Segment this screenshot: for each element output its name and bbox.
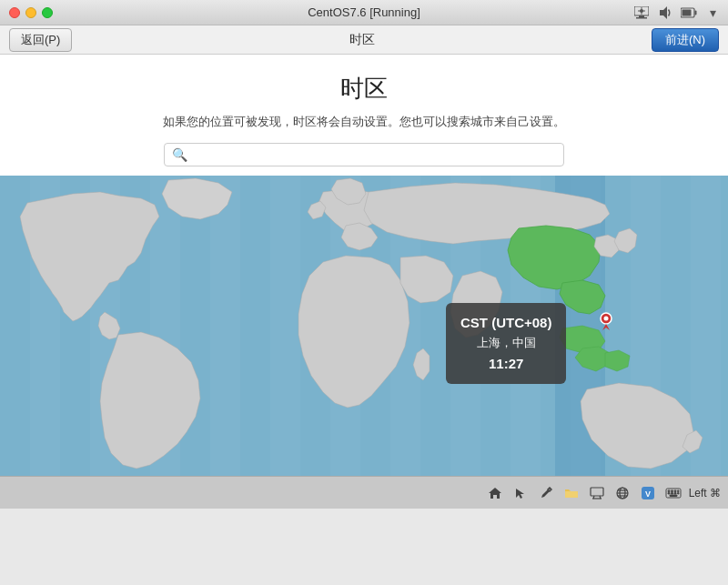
- svg-marker-38: [516, 489, 524, 499]
- svg-text:V: V: [645, 489, 651, 499]
- keyboard-label: Left ⌘: [689, 487, 721, 499]
- maximize-button[interactable]: [42, 7, 53, 18]
- network-icon: [633, 5, 650, 21]
- monitor-icon[interactable]: [587, 483, 607, 503]
- svg-rect-57: [671, 492, 672, 494]
- toolbar-title: 时区: [349, 32, 375, 48]
- svg-rect-53: [671, 490, 672, 492]
- svg-rect-20: [270, 176, 300, 476]
- forward-button[interactable]: 前进(N): [652, 28, 719, 52]
- location-pin: [599, 312, 613, 327]
- svg-rect-60: [670, 495, 677, 497]
- search-input[interactable]: [193, 148, 556, 162]
- svg-rect-54: [674, 490, 676, 492]
- close-button[interactable]: [9, 7, 20, 18]
- app-icon-1[interactable]: V: [638, 483, 658, 503]
- world-map[interactable]: CST (UTC+08) 上海，中国 11:27: [0, 176, 728, 476]
- search-icon: 🔍: [172, 147, 187, 162]
- page-title: 时区: [340, 73, 388, 105]
- svg-rect-52: [668, 490, 670, 492]
- svg-rect-39: [565, 491, 578, 498]
- pencil-icon[interactable]: [536, 483, 556, 503]
- svg-rect-2: [636, 17, 647, 19]
- svg-rect-59: [677, 492, 679, 494]
- content-area: 时区 如果您的位置可被发现，时区将会自动设置。您也可以搜索城市来自己设置。 🔍: [0, 55, 728, 476]
- cursor-icon[interactable]: [511, 483, 531, 503]
- minimize-button[interactable]: [25, 7, 36, 18]
- battery-icon: [681, 5, 697, 21]
- speaker-icon: [657, 5, 673, 21]
- svg-rect-19: [240, 176, 270, 476]
- svg-rect-18: [210, 176, 240, 476]
- svg-rect-9: [682, 9, 692, 15]
- svg-marker-6: [660, 6, 667, 19]
- system-toolbar: 返回(P) 时区 前进(N): [0, 25, 728, 55]
- svg-rect-56: [668, 492, 670, 494]
- home-icon[interactable]: [485, 483, 505, 503]
- svg-rect-8: [695, 10, 697, 15]
- globe-icon[interactable]: [612, 483, 632, 503]
- svg-rect-58: [674, 492, 676, 494]
- taskbar: V Left ⌘: [0, 476, 728, 509]
- title-bar-icons: ▾: [633, 5, 721, 21]
- title-bar: CentOS7.6 [Running] ▾: [0, 0, 728, 25]
- traffic-lights: [9, 7, 53, 18]
- folder-icon[interactable]: [561, 483, 581, 503]
- window-title: CentOS7.6 [Running]: [308, 5, 420, 19]
- svg-rect-40: [591, 488, 603, 496]
- svg-point-37: [604, 317, 609, 321]
- keyboard-icon[interactable]: [663, 483, 683, 503]
- search-bar[interactable]: 🔍: [164, 143, 564, 166]
- subtitle-text: 如果您的位置可被发现，时区将会自动设置。您也可以搜索城市来自己设置。: [163, 114, 565, 130]
- svg-rect-55: [677, 490, 679, 492]
- chevron-down-icon[interactable]: ▾: [704, 5, 721, 21]
- back-button[interactable]: 返回(P): [9, 28, 72, 52]
- svg-rect-1: [639, 15, 644, 17]
